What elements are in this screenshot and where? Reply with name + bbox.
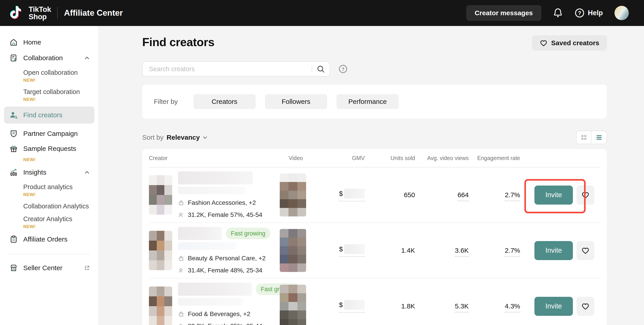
help-button[interactable]: ? Help <box>574 8 603 18</box>
invite-button[interactable]: Invite <box>534 186 573 205</box>
sidebar-item-collaboration-analytics[interactable]: Collaboration Analytics <box>0 199 98 212</box>
avg-video-views-value[interactable]: 664 <box>415 191 469 199</box>
col-header-engagement-rate: Engagement rate <box>469 155 520 161</box>
sidebar-item-sample-requests[interactable]: Sample Requests <box>0 141 98 156</box>
category-text: Food & Beverages, +2 <box>188 310 250 317</box>
app-title: Affiliate Center <box>64 8 123 18</box>
sort-dropdown[interactable]: Relevancy <box>166 134 208 141</box>
sidebar-item-insights[interactable]: Insights <box>0 165 98 180</box>
creator-handle-blurred <box>178 298 243 305</box>
filter-card: Filter by Creators Followers Performance <box>142 85 607 119</box>
avg-video-views-value[interactable]: 5.3K <box>415 302 469 310</box>
chevron-up-icon[interactable] <box>84 55 90 61</box>
topbar-divider <box>57 7 58 19</box>
creator-audience: 31.2K, Female 57%, 45-54 <box>178 211 262 218</box>
heart-icon <box>581 302 590 310</box>
new-badge: NEW! <box>23 192 90 197</box>
main-content: Find creators Saved creators ? Filter by… <box>98 26 644 325</box>
sidebar-item-home[interactable]: Home <box>0 35 98 50</box>
creator-name-blurred[interactable] <box>178 283 252 296</box>
help-circle-icon: ? <box>574 8 585 18</box>
bell-icon <box>553 8 563 18</box>
heart-icon <box>581 246 590 255</box>
gmv-value-blurred <box>344 300 365 310</box>
save-creator-button[interactable] <box>576 186 594 205</box>
shield-icon <box>10 129 18 138</box>
home-icon <box>10 38 18 47</box>
notifications-button[interactable] <box>553 8 563 18</box>
audience-text: 31.4K, Female 48%, 25-34 <box>188 267 262 274</box>
table-row: Fashion Accessories, +2 31.2K, Female 57… <box>149 167 600 223</box>
creator-avatar-blurred[interactable] <box>149 175 172 215</box>
sidebar-label: Home <box>23 39 41 46</box>
sidebar-item-seller-center[interactable]: Seller Center <box>0 260 98 276</box>
sidebar-item-collaboration[interactable]: Collaboration <box>0 50 98 66</box>
audience-text: 31.2K, Female 57%, 45-54 <box>188 211 262 218</box>
sort-by-label: Sort by <box>142 134 164 141</box>
creator-name-blurred[interactable] <box>178 227 222 240</box>
search-box[interactable] <box>142 61 330 77</box>
bag-icon <box>178 255 184 261</box>
table-row: Fast growing Food & Beverages, +2 <box>149 278 600 325</box>
saved-creators-label: Saved creators <box>551 39 599 47</box>
sidebar-label: Insights <box>23 169 78 176</box>
sidebar-item-creator-analytics[interactable]: Creator Analytics NEW! <box>0 212 98 231</box>
chevron-up-icon[interactable] <box>84 169 90 176</box>
col-header-units-sold: Units sold <box>365 155 415 161</box>
invite-button[interactable]: Invite <box>534 241 573 260</box>
creator-avatar-blurred[interactable] <box>149 286 172 325</box>
new-badge: NEW! <box>23 224 90 229</box>
engagement-rate-value[interactable]: 4.3% <box>469 302 520 310</box>
save-creator-button[interactable] <box>576 297 594 316</box>
category-text: Beauty & Personal Care, +2 <box>188 255 266 262</box>
video-thumbnail-blurred[interactable] <box>280 285 306 325</box>
help-label: Help <box>588 9 603 17</box>
logo-line1: TikTok <box>28 6 51 13</box>
gmv-prefix: $ <box>339 301 343 309</box>
sidebar-item-find-creators[interactable]: Find creators <box>4 107 94 124</box>
filter-tab-creators[interactable]: Creators <box>194 94 256 109</box>
invite-button[interactable]: Invite <box>534 297 573 316</box>
gmv-value-blurred <box>344 244 365 254</box>
filter-tab-performance[interactable]: Performance <box>336 94 399 109</box>
tiktok-shop-logo[interactable]: TikTok Shop <box>10 5 51 21</box>
col-header-avg-video-views: Avg. video views <box>415 155 469 161</box>
search-input[interactable] <box>149 65 312 73</box>
col-header-creator: Creator <box>149 155 280 161</box>
engagement-rate-value[interactable]: 2.7% <box>469 247 520 254</box>
units-sold-value: 1.8K <box>365 302 415 310</box>
sidebar-item-open-collaboration[interactable]: Open collaboration NEW! <box>0 66 98 85</box>
col-header-gmv: GMV <box>336 155 365 161</box>
video-thumbnail-blurred[interactable] <box>280 229 306 272</box>
search-icon[interactable] <box>316 65 325 73</box>
avg-video-views-value[interactable]: 3.6K <box>415 247 469 254</box>
followers-icon <box>178 212 184 218</box>
sidebar-item-target-collaboration[interactable]: Target collaboration NEW! <box>0 85 98 104</box>
search-help-icon[interactable]: ? <box>338 64 348 74</box>
heart-icon <box>540 39 548 47</box>
clipboard-icon <box>10 235 18 243</box>
sidebar-item-product-analytics[interactable]: Product analytics NEW! <box>0 180 98 199</box>
creator-avatar-blurred[interactable] <box>149 231 172 270</box>
col-header-video: Video <box>280 155 336 161</box>
units-sold-value: 650 <box>365 191 415 199</box>
grid-view-button[interactable] <box>576 131 592 144</box>
sidebar-label: Sample Requests <box>23 145 76 152</box>
new-badge: NEW! <box>23 78 90 83</box>
list-view-button[interactable] <box>592 131 606 144</box>
creator-messages-button[interactable]: Creator messages <box>466 5 541 21</box>
video-thumbnail-blurred[interactable] <box>280 173 306 216</box>
save-creator-button[interactable] <box>576 241 594 260</box>
user-avatar[interactable] <box>614 6 629 20</box>
list-view-icon <box>595 134 603 141</box>
storefront-icon <box>10 264 18 272</box>
logo-wordmark: TikTok Shop <box>28 6 51 20</box>
collaboration-icon <box>10 54 18 62</box>
saved-creators-button[interactable]: Saved creators <box>532 35 607 51</box>
creator-name-blurred[interactable] <box>178 171 253 184</box>
filter-tab-followers[interactable]: Followers <box>265 94 327 109</box>
sidebar-item-affiliate-orders[interactable]: Affiliate Orders <box>0 231 98 247</box>
sample-requests-new: NEW! <box>0 157 98 165</box>
engagement-rate-value[interactable]: 2.7% <box>469 191 520 199</box>
sidebar-item-partner-campaign[interactable]: Partner Campaign <box>0 126 98 141</box>
